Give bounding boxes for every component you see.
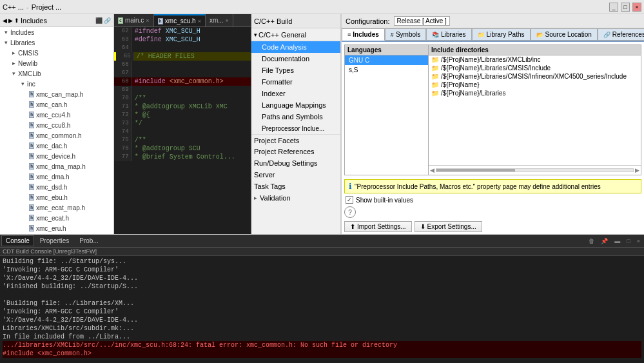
tab-library-paths[interactable]: 📁 Library Paths (472, 28, 531, 41)
cc-general-item[interactable]: ▾ C/C++ General (251, 28, 340, 41)
run-debug-settings-item[interactable]: Run/Debug Settings (251, 157, 340, 169)
tree-file-xmc_dma_map[interactable]: h xmc_dma_map.h (0, 161, 113, 172)
tree-file-xmc_dma[interactable]: h xmc_dma.h (0, 172, 113, 182)
pin-console-btn[interactable]: 📌 (598, 237, 610, 245)
tree-xmclib[interactable]: XMCLib (0, 68, 113, 79)
import-settings-button[interactable]: ⬆ Import Settings... (344, 221, 412, 232)
language-mappings-item[interactable]: Language Mappings (251, 99, 340, 111)
indexer-label: Indexer (262, 90, 286, 97)
properties-tab[interactable]: Properties (35, 235, 74, 246)
paths-symbols-item[interactable]: Paths and Symbols (251, 111, 340, 123)
libraries-tab-icon: 📚 (432, 32, 439, 38)
tree-file-xmc_can[interactable]: h xmc_can.h (0, 99, 113, 110)
newlib-label: Newlib (18, 60, 37, 67)
include-dirs-panel: Include directories 📁 /${ProjName}/Libra… (429, 45, 641, 175)
console-tab[interactable]: Console (1, 235, 34, 246)
server-item[interactable]: Server (251, 169, 340, 181)
tree-file-xmc_ecat_map[interactable]: h xmc_ecat_map.h (0, 202, 113, 213)
languages-header: Languages (345, 45, 428, 55)
close-button[interactable]: × (632, 3, 641, 12)
tree-cmsis[interactable]: CMSIS (0, 48, 113, 58)
console-output[interactable]: Building file: ../Startup/sys... 'Invoki… (0, 256, 644, 363)
code-analysis-item[interactable]: Code Analysis (251, 41, 340, 53)
preprocessor-include-item[interactable]: Preprocessor Inclue... (251, 123, 340, 134)
tab-includes-label: Includes (353, 31, 379, 38)
show-builtin-checkbox[interactable] (346, 196, 353, 204)
close-tab-icon[interactable]: × (146, 17, 149, 24)
tree-nav-up[interactable]: ⬆ (14, 17, 19, 24)
scroll-left-icon[interactable]: ◀ (430, 167, 434, 173)
console-title: CDT Build Console [Unregl3TestFW] (0, 248, 644, 256)
tree-newlib[interactable]: Newlib (0, 58, 113, 68)
project-references-label: Project References (254, 148, 315, 155)
export-settings-button[interactable]: ⬇ Export Settings... (415, 221, 482, 232)
tab-source-location[interactable]: 📂 Source Location (531, 28, 598, 41)
tab-includes[interactable]: ≡ Includes (342, 28, 385, 41)
tree-file-xmc_ecat[interactable]: h xmc_ecat.h (0, 213, 113, 223)
code-editor-area[interactable]: 62 #ifndef XMC_SCU_H 63 #define XMC_SCU_… (114, 27, 251, 234)
help-button[interactable]: ? (344, 206, 356, 218)
file-types-item[interactable]: File Types (251, 64, 340, 76)
formatter-item[interactable]: Formatter (251, 76, 340, 88)
documentation-item[interactable]: Documentation (251, 53, 340, 64)
tree-file-xmc_ebu[interactable]: h xmc_ebu.h (0, 192, 113, 202)
close-tab-icon[interactable]: × (198, 18, 201, 25)
cc-build-label[interactable]: C/C++ Build (254, 17, 292, 25)
project-facets-item[interactable]: Project Facets (251, 134, 340, 146)
maximize-button[interactable]: □ (621, 3, 630, 12)
close-console-btn[interactable]: × (634, 237, 643, 245)
tree-file-xmc_dac[interactable]: h xmc_dac.h (0, 141, 113, 151)
language-gnu-c[interactable]: GNU C (345, 55, 428, 65)
file-label: xmc_device.h (36, 153, 75, 160)
minimize-button[interactable]: _ (609, 3, 618, 12)
language-asm[interactable]: s,S (345, 65, 428, 75)
inc-dir-item-3[interactable]: 📁 /${ProjName}/Libraries/CMSIS/Infineon/… (429, 72, 641, 81)
h-file-icon: h (27, 193, 36, 202)
inc-dir-path: /${ProjName} (441, 81, 479, 88)
tree-file-xmc_ccu8[interactable]: h xmc_ccu8.h (0, 120, 113, 130)
file-label: xmc_ccu8.h (36, 122, 70, 129)
editor-tab-xmc_scu[interactable]: h xmc_scu.h × (154, 14, 206, 26)
tree-file-xmc_eru[interactable]: h xmc_eru.h (0, 223, 113, 233)
config-value[interactable]: Release [ Active ] (394, 16, 450, 26)
inc-dir-item-4[interactable]: 📁 /${ProjName} (429, 81, 641, 89)
project-references-item[interactable]: Project References (251, 146, 340, 157)
minimize-console-btn[interactable]: ▬ (612, 237, 623, 245)
file-tree: Includes Libraries CMSIS Newlib (0, 27, 113, 234)
maximize-console-btn[interactable]: □ (624, 237, 632, 245)
indexer-item[interactable]: Indexer (251, 88, 340, 99)
tab-references[interactable]: 🔗 References (598, 28, 644, 41)
tree-file-xmc_ccu4[interactable]: h xmc_ccu4.h (0, 110, 113, 120)
inc-dir-item-5[interactable]: 📁 /${ProjName}/Libraries (429, 89, 641, 97)
console-line: 'Invoking: ARM-GCC C Compiler' (3, 308, 641, 316)
close-tab-icon[interactable]: × (226, 17, 229, 24)
tree-file-xmc_common[interactable]: h xmc_common.h (0, 130, 113, 141)
editor-tab-main[interactable]: c main.c × (114, 14, 154, 26)
triangle-open-icon (1, 28, 10, 37)
tree-file-xmc_device[interactable]: h xmc_device.h (0, 151, 113, 161)
tree-file-xmc_can_map[interactable]: h xmc_can_map.h (0, 89, 113, 99)
tree-link-editor[interactable]: 🔗 (104, 17, 111, 24)
task-tags-item[interactable]: Task Tags (251, 181, 340, 192)
horizontal-scrollbar[interactable] (436, 168, 634, 172)
tree-nav-back[interactable]: ◀ (3, 17, 7, 24)
inc-dir-item-1[interactable]: 📁 /${ProjName}/Libraries/XMCLib/inc (429, 55, 641, 64)
tree-includes-section[interactable]: Includes (0, 27, 113, 37)
tree-nav-forward[interactable]: ▶ (8, 17, 13, 24)
clear-console-btn[interactable]: 🗑 (586, 237, 597, 245)
problems-tab[interactable]: Prob... (75, 235, 102, 246)
export-icon: ⬇ (420, 223, 425, 230)
tab-symbols[interactable]: # Symbols (385, 28, 426, 41)
import-icon: ⬆ (350, 223, 355, 230)
editor-tab-xm[interactable]: xm... × (206, 14, 233, 26)
triangle-open-icon (9, 69, 18, 78)
tab-libraries[interactable]: 📚 Libraries (426, 28, 471, 41)
tree-inc-folder[interactable]: inc (0, 79, 113, 89)
validation-item[interactable]: ▸ Validation (251, 192, 340, 204)
tree-file-xmc_dsd[interactable]: h xmc_dsd.h (0, 182, 113, 192)
tree-collapse-all[interactable]: ⬛ (95, 17, 102, 24)
inc-dir-item-2[interactable]: 📁 /${ProjName}/Libraries/CMSIS/Include (429, 64, 641, 72)
scroll-right-icon[interactable]: ▶ (635, 167, 639, 173)
action-buttons: ⬆ Import Settings... ⬇ Export Settings..… (342, 219, 644, 234)
tree-libraries-section[interactable]: Libraries (0, 37, 113, 48)
